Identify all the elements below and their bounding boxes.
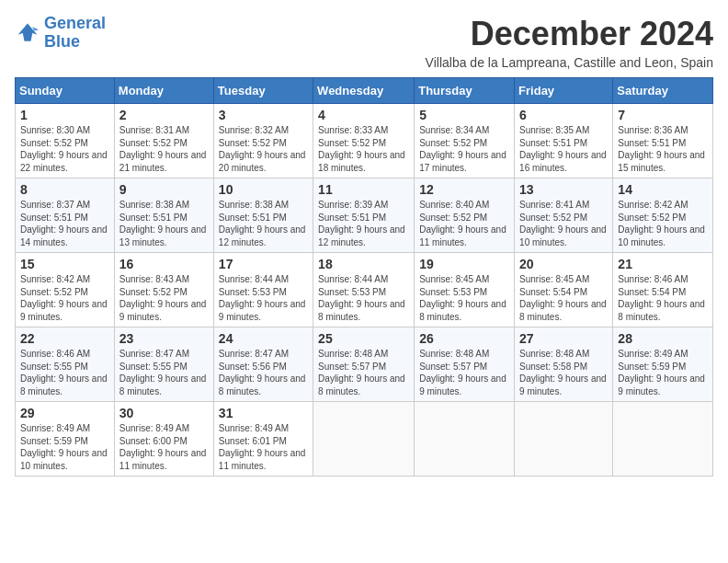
day-number: 25 [318,331,409,346]
cell-info: Sunrise: 8:44 AMSunset: 5:53 PMDaylight:… [219,273,308,323]
day-number: 13 [519,182,608,197]
calendar-cell: 14Sunrise: 8:42 AMSunset: 5:52 PMDayligh… [613,178,713,253]
page-header: General Blue December 2024 Villalba de l… [15,15,713,70]
cell-info: Sunrise: 8:38 AMSunset: 5:51 PMDaylight:… [219,199,308,248]
cell-info: Sunrise: 8:48 AMSunset: 5:57 PMDaylight:… [419,348,509,397]
calendar-cell: 23Sunrise: 8:47 AMSunset: 5:55 PMDayligh… [114,327,213,402]
day-number: 9 [119,182,209,197]
calendar-cell: 31Sunrise: 8:49 AMSunset: 6:01 PMDayligh… [213,402,313,477]
cell-info: Sunrise: 8:36 AMSunset: 5:51 PMDaylight:… [618,124,708,174]
cell-info: Sunrise: 8:32 AMSunset: 5:52 PMDaylight:… [219,124,308,174]
day-number: 28 [618,331,708,346]
calendar-week-4: 22Sunrise: 8:46 AMSunset: 5:55 PMDayligh… [16,327,713,402]
calendar-cell: 21Sunrise: 8:46 AMSunset: 5:54 PMDayligh… [613,253,713,327]
day-number: 15 [20,257,109,271]
day-number: 16 [119,257,209,271]
calendar-cell: 26Sunrise: 8:48 AMSunset: 5:57 PMDayligh… [415,327,515,402]
day-number: 20 [519,257,608,271]
logo-text: General Blue [44,15,106,52]
day-header-tuesday: Tuesday [213,78,313,104]
calendar-cell: 17Sunrise: 8:44 AMSunset: 5:53 PMDayligh… [213,253,313,327]
day-number: 31 [219,406,308,420]
day-number: 23 [119,331,209,346]
calendar-cell [313,402,415,477]
day-number: 5 [419,108,509,122]
day-number: 2 [119,108,209,122]
calendar-cell: 3Sunrise: 8:32 AMSunset: 5:52 PMDaylight… [213,104,313,178]
calendar-cell: 2Sunrise: 8:31 AMSunset: 5:52 PMDaylight… [114,104,213,178]
day-number: 19 [419,257,509,271]
calendar-table: SundayMondayTuesdayWednesdayThursdayFrid… [15,77,713,477]
calendar-week-5: 29Sunrise: 8:49 AMSunset: 5:59 PMDayligh… [16,402,713,477]
cell-info: Sunrise: 8:49 AMSunset: 5:59 PMDaylight:… [618,348,708,397]
cell-info: Sunrise: 8:45 AMSunset: 5:53 PMDaylight:… [419,273,509,323]
day-number: 26 [419,331,509,346]
calendar-cell: 11Sunrise: 8:39 AMSunset: 5:51 PMDayligh… [313,178,415,253]
cell-info: Sunrise: 8:49 AMSunset: 6:01 PMDaylight:… [219,422,308,472]
cell-info: Sunrise: 8:31 AMSunset: 5:52 PMDaylight:… [119,124,209,174]
cell-info: Sunrise: 8:40 AMSunset: 5:52 PMDaylight:… [419,199,509,248]
cell-info: Sunrise: 8:39 AMSunset: 5:51 PMDaylight:… [318,199,409,248]
calendar-cell: 18Sunrise: 8:44 AMSunset: 5:53 PMDayligh… [313,253,415,327]
calendar-cell: 7Sunrise: 8:36 AMSunset: 5:51 PMDaylight… [613,104,713,178]
cell-info: Sunrise: 8:48 AMSunset: 5:57 PMDaylight:… [318,348,409,397]
day-header-sunday: Sunday [16,78,115,104]
location-subtitle: Villalba de la Lampreana, Castille and L… [426,55,713,70]
month-title: December 2024 [426,15,713,53]
calendar-cell: 30Sunrise: 8:49 AMSunset: 6:00 PMDayligh… [114,402,213,477]
calendar-cell: 15Sunrise: 8:42 AMSunset: 5:52 PMDayligh… [16,253,115,327]
cell-info: Sunrise: 8:33 AMSunset: 5:52 PMDaylight:… [318,124,409,174]
calendar-cell: 5Sunrise: 8:34 AMSunset: 5:52 PMDaylight… [415,104,515,178]
cell-info: Sunrise: 8:45 AMSunset: 5:54 PMDaylight:… [519,273,608,323]
calendar-cell [415,402,515,477]
day-header-saturday: Saturday [613,78,713,104]
day-number: 1 [20,108,109,122]
cell-info: Sunrise: 8:30 AMSunset: 5:52 PMDaylight:… [20,124,109,174]
day-number: 11 [318,182,409,197]
calendar-cell: 25Sunrise: 8:48 AMSunset: 5:57 PMDayligh… [313,327,415,402]
calendar-cell: 12Sunrise: 8:40 AMSunset: 5:52 PMDayligh… [415,178,515,253]
calendar-week-1: 1Sunrise: 8:30 AMSunset: 5:52 PMDaylight… [16,104,713,178]
cell-info: Sunrise: 8:41 AMSunset: 5:52 PMDaylight:… [519,199,608,248]
cell-info: Sunrise: 8:43 AMSunset: 5:52 PMDaylight:… [119,273,209,323]
cell-info: Sunrise: 8:46 AMSunset: 5:54 PMDaylight:… [618,273,708,323]
day-number: 21 [618,257,708,271]
calendar-cell: 27Sunrise: 8:48 AMSunset: 5:58 PMDayligh… [515,327,613,402]
logo: General Blue [15,15,106,52]
cell-info: Sunrise: 8:34 AMSunset: 5:52 PMDaylight:… [419,124,509,174]
day-number: 10 [219,182,308,197]
calendar-week-2: 8Sunrise: 8:37 AMSunset: 5:51 PMDaylight… [16,178,713,253]
cell-info: Sunrise: 8:37 AMSunset: 5:51 PMDaylight:… [20,199,109,248]
cell-info: Sunrise: 8:35 AMSunset: 5:51 PMDaylight:… [519,124,608,174]
calendar-cell: 28Sunrise: 8:49 AMSunset: 5:59 PMDayligh… [613,327,713,402]
calendar-cell: 1Sunrise: 8:30 AMSunset: 5:52 PMDaylight… [16,104,115,178]
cell-info: Sunrise: 8:44 AMSunset: 5:53 PMDaylight:… [318,273,409,323]
day-number: 30 [119,406,209,420]
calendar-cell: 19Sunrise: 8:45 AMSunset: 5:53 PMDayligh… [415,253,515,327]
cell-info: Sunrise: 8:47 AMSunset: 5:55 PMDaylight:… [119,348,209,397]
day-header-friday: Friday [515,78,613,104]
calendar-cell [613,402,713,477]
calendar-cell: 22Sunrise: 8:46 AMSunset: 5:55 PMDayligh… [16,327,115,402]
cell-info: Sunrise: 8:46 AMSunset: 5:55 PMDaylight:… [20,348,109,397]
cell-info: Sunrise: 8:49 AMSunset: 5:59 PMDaylight:… [20,422,109,472]
title-block: December 2024 Villalba de la Lampreana, … [426,15,713,70]
calendar-cell: 16Sunrise: 8:43 AMSunset: 5:52 PMDayligh… [114,253,213,327]
calendar-week-3: 15Sunrise: 8:42 AMSunset: 5:52 PMDayligh… [16,253,713,327]
day-number: 27 [519,331,608,346]
calendar-cell [515,402,613,477]
day-number: 29 [20,406,109,420]
svg-marker-1 [32,27,39,30]
calendar-cell: 8Sunrise: 8:37 AMSunset: 5:51 PMDaylight… [16,178,115,253]
calendar-cell: 9Sunrise: 8:38 AMSunset: 5:51 PMDaylight… [114,178,213,253]
cell-info: Sunrise: 8:42 AMSunset: 5:52 PMDaylight:… [20,273,109,323]
day-header-monday: Monday [114,78,213,104]
day-number: 7 [618,108,708,122]
day-header-wednesday: Wednesday [313,78,415,104]
logo-icon [15,20,40,46]
day-number: 12 [419,182,509,197]
day-number: 17 [219,257,308,271]
cell-info: Sunrise: 8:42 AMSunset: 5:52 PMDaylight:… [618,199,708,248]
day-number: 8 [20,182,109,197]
day-number: 18 [318,257,409,271]
